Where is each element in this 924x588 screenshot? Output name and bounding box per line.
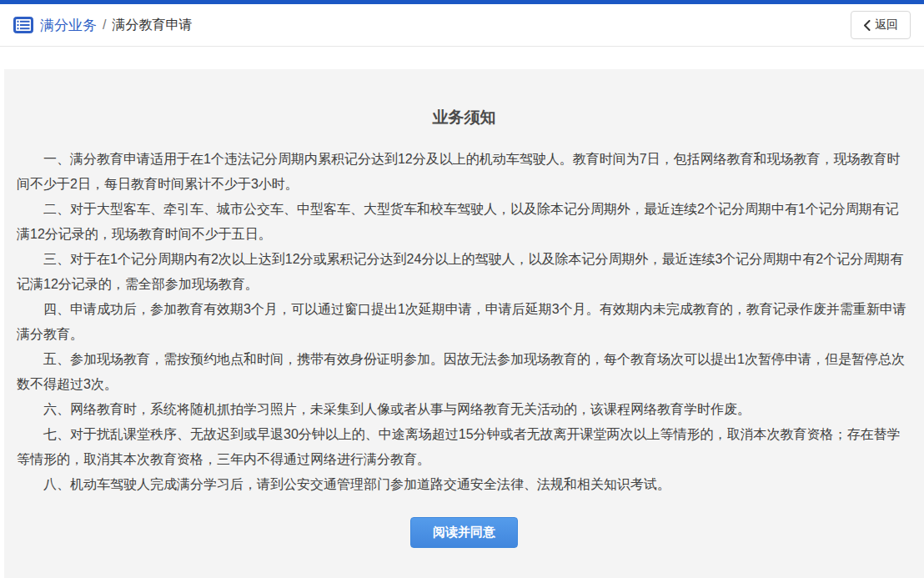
back-button[interactable]: 返回: [851, 11, 911, 39]
chevron-left-icon: [863, 20, 871, 31]
breadcrumb-section-link[interactable]: 满分业务: [40, 16, 97, 35]
page-header: 满分业务 / 满分教育申请 返回: [0, 4, 924, 47]
breadcrumb-current-page: 满分教育申请: [112, 17, 192, 34]
breadcrumb-separator: /: [103, 18, 106, 33]
notice-body: 一、满分教育申请适用于在1个违法记分周期内累积记分达到12分及以上的机动车驾驶人…: [17, 147, 911, 497]
notice-title: 业务须知: [17, 107, 911, 128]
notice-paragraph: 二、对于大型客车、牵引车、城市公交车、中型客车、大型货车和校车驾驶人，以及除本记…: [17, 197, 911, 247]
agree-button-row: 阅读并同意: [17, 517, 911, 548]
notice-paragraph: 六、网络教育时，系统将随机抓拍学习照片，未采集到人像或者从事与网络教育无关活动的…: [17, 397, 911, 422]
notice-paragraph: 七、对于扰乱课堂秩序、无故迟到或早退30分钟以上的、中途离场超过15分钟或者无故…: [17, 422, 911, 472]
notice-paragraph: 三、对于在1个记分周期内有2次以上达到12分或累积记分达到24分以上的驾驶人，以…: [17, 247, 911, 297]
notice-paragraph: 四、申请成功后，参加教育有效期3个月，可以通过窗口提出1次延期申请，申请后延期3…: [17, 297, 911, 347]
notice-panel: 业务须知 一、满分教育申请适用于在1个违法记分周期内累积记分达到12分及以上的机…: [4, 69, 924, 578]
list-icon: [13, 17, 33, 33]
notice-paragraph: 一、满分教育申请适用于在1个违法记分周期内累积记分达到12分及以上的机动车驾驶人…: [17, 147, 911, 197]
notice-paragraph: 五、参加现场教育，需按预约地点和时间，携带有效身份证明参加。因故无法参加现场教育…: [17, 347, 911, 397]
breadcrumb: 满分业务 / 满分教育申请: [13, 16, 192, 35]
back-button-label: 返回: [875, 18, 898, 33]
notice-paragraph: 八、机动车驾驶人完成满分学习后，请到公安交通管理部门参加道路交通安全法律、法规和…: [17, 472, 911, 497]
agree-button[interactable]: 阅读并同意: [410, 517, 518, 548]
